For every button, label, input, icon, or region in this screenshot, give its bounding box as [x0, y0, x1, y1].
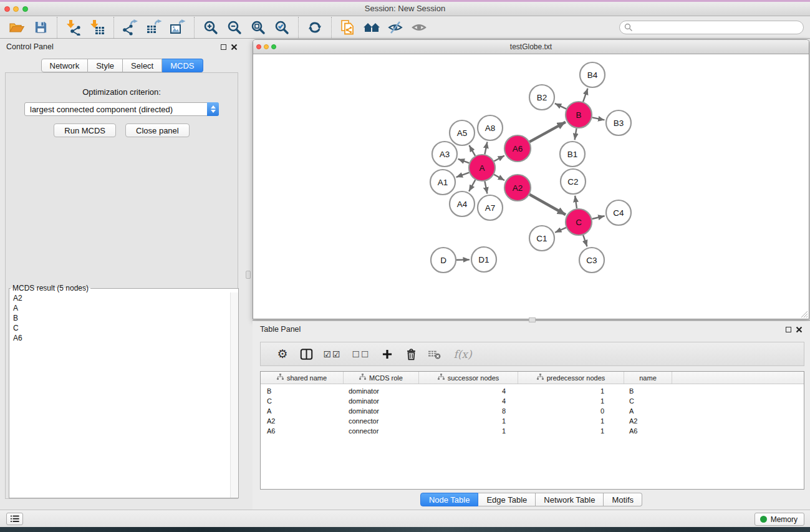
- cell-predecessor-nodes[interactable]: 1: [518, 397, 624, 405]
- cell-name[interactable]: B: [624, 387, 672, 395]
- cell-name[interactable]: C: [624, 397, 672, 405]
- cell-predecessor-nodes[interactable]: 1: [518, 417, 624, 425]
- edge-C-C4[interactable]: [592, 216, 604, 219]
- cell-MCDS-role[interactable]: connector: [344, 417, 419, 425]
- result-scrollbar[interactable]: [230, 293, 238, 498]
- edge-B-B3[interactable]: [592, 117, 605, 120]
- edge-C-C3[interactable]: [583, 235, 587, 246]
- edge-A-A4[interactable]: [469, 180, 475, 191]
- edge-A-A2[interactable]: [494, 175, 504, 180]
- graph-node-D1[interactable]: D1: [471, 247, 496, 272]
- import-network-button[interactable]: [62, 17, 85, 37]
- cell-successor-nodes[interactable]: 1: [419, 427, 518, 435]
- task-history-button[interactable]: [6, 513, 23, 525]
- edge-A-A5[interactable]: [469, 145, 475, 156]
- table-row-a2[interactable]: A2connector11A2: [261, 416, 804, 426]
- cell-successor-nodes[interactable]: 8: [419, 407, 518, 415]
- tab-style[interactable]: Style: [88, 59, 123, 72]
- memory-button[interactable]: Memory: [755, 513, 804, 526]
- open-session-button[interactable]: [5, 17, 29, 37]
- column-header-successor-nodes[interactable]: successor nodes: [419, 372, 518, 384]
- float-panel-icon[interactable]: [221, 44, 226, 50]
- deselect-all-columns-button[interactable]: ☐☐: [347, 344, 375, 364]
- table-settings-button[interactable]: ⚙: [271, 344, 294, 364]
- result-item-c[interactable]: C: [9, 323, 238, 333]
- refresh-view-button[interactable]: [303, 17, 327, 37]
- cell-name[interactable]: A6: [624, 427, 672, 435]
- cell-MCDS-role[interactable]: dominator: [344, 397, 419, 405]
- hide-selected-button[interactable]: [383, 17, 407, 37]
- graph-node-C4[interactable]: C4: [606, 200, 631, 225]
- graph-node-B[interactable]: B: [566, 102, 592, 128]
- edge-C-C2[interactable]: [575, 196, 577, 208]
- edge-A-A7[interactable]: [485, 181, 487, 194]
- edge-B-B4[interactable]: [583, 89, 587, 102]
- result-item-a[interactable]: A: [9, 303, 238, 313]
- graph-node-C2[interactable]: C2: [561, 169, 586, 194]
- cell-shared-name[interactable]: A6: [261, 427, 344, 435]
- graph-node-A5[interactable]: A5: [450, 120, 475, 145]
- tab-network[interactable]: Network: [41, 59, 88, 72]
- table-float-panel-icon[interactable]: [786, 327, 791, 332]
- export-network-button[interactable]: [118, 17, 142, 37]
- graph-node-A7[interactable]: A7: [478, 195, 503, 220]
- zoom-out-button[interactable]: [223, 17, 246, 37]
- edge-A-A3[interactable]: [458, 159, 470, 163]
- graph-node-C[interactable]: C: [566, 209, 592, 235]
- column-header-predecessor-nodes[interactable]: predecessor nodes: [518, 372, 624, 384]
- select-all-columns-button[interactable]: ☑☑: [318, 344, 347, 364]
- splitter-grip[interactable]: [246, 271, 251, 279]
- graph-node-C3[interactable]: C3: [579, 248, 604, 273]
- delete-table-button[interactable]: [423, 344, 446, 364]
- result-item-b[interactable]: B: [9, 313, 238, 323]
- new-network-from-selection-button[interactable]: [336, 17, 360, 37]
- close-traffic-light[interactable]: [4, 6, 10, 12]
- minimize-traffic-light[interactable]: [13, 6, 19, 12]
- graph-node-A6[interactable]: A6: [504, 135, 531, 162]
- edge-A6-B[interactable]: [529, 122, 566, 142]
- table-tab-node-table[interactable]: Node Table: [420, 493, 479, 506]
- zoom-in-button[interactable]: [199, 17, 223, 37]
- search-input[interactable]: [635, 22, 803, 33]
- table-row-a[interactable]: Adominator80A: [261, 406, 804, 416]
- optimization-criterion-select[interactable]: largest connected component (directed): [24, 102, 219, 116]
- cell-shared-name[interactable]: A: [261, 407, 344, 415]
- cell-successor-nodes[interactable]: 1: [419, 417, 518, 425]
- column-header-MCDS-role[interactable]: MCDS role: [344, 372, 419, 384]
- table-close-panel-icon[interactable]: [796, 326, 803, 333]
- close-panel-button[interactable]: Close panel: [125, 123, 190, 137]
- graph-node-B4[interactable]: B4: [580, 62, 605, 87]
- cell-shared-name[interactable]: B: [261, 387, 344, 395]
- column-header-shared-name[interactable]: shared name: [261, 372, 344, 384]
- graph-node-B1[interactable]: B1: [560, 142, 585, 167]
- graph-node-A8[interactable]: A8: [478, 115, 503, 140]
- first-neighbors-button[interactable]: [360, 17, 383, 37]
- edge-A-A6[interactable]: [494, 155, 504, 161]
- function-builder-button[interactable]: f(x): [446, 344, 479, 364]
- table-row-b[interactable]: Bdominator41B: [261, 386, 804, 396]
- network-canvas[interactable]: B4B2BB3A8A5A6A3B1AA1C2A2A4A7C4CC1C3DD1: [253, 54, 809, 319]
- edge-B-B2[interactable]: [555, 104, 566, 109]
- zoom-fit-button[interactable]: [246, 17, 270, 37]
- tab-select[interactable]: Select: [123, 59, 162, 72]
- run-mcds-button[interactable]: Run MCDS: [54, 123, 116, 137]
- cell-MCDS-role[interactable]: connector: [344, 427, 419, 435]
- cell-shared-name[interactable]: C: [261, 397, 344, 405]
- cell-predecessor-nodes[interactable]: 0: [518, 407, 624, 415]
- graph-node-A[interactable]: A: [469, 155, 495, 181]
- export-table-button[interactable]: [142, 17, 166, 37]
- edge-A-A1[interactable]: [456, 173, 470, 178]
- graph-node-D[interactable]: D: [431, 248, 456, 273]
- search-box[interactable]: [619, 21, 804, 34]
- cell-shared-name[interactable]: A2: [261, 417, 344, 425]
- table-tab-motifs[interactable]: Motifs: [604, 493, 642, 506]
- add-column-button[interactable]: [375, 344, 399, 364]
- edge-C-C1[interactable]: [555, 228, 566, 233]
- cell-successor-nodes[interactable]: 4: [419, 387, 518, 395]
- graph-node-B3[interactable]: B3: [606, 110, 631, 135]
- network-close-traffic-light[interactable]: [256, 44, 261, 49]
- edge-A-A8[interactable]: [485, 142, 487, 155]
- cell-predecessor-nodes[interactable]: 1: [518, 427, 624, 435]
- graph-node-A4[interactable]: A4: [450, 191, 475, 216]
- result-item-a6[interactable]: A6: [9, 333, 238, 343]
